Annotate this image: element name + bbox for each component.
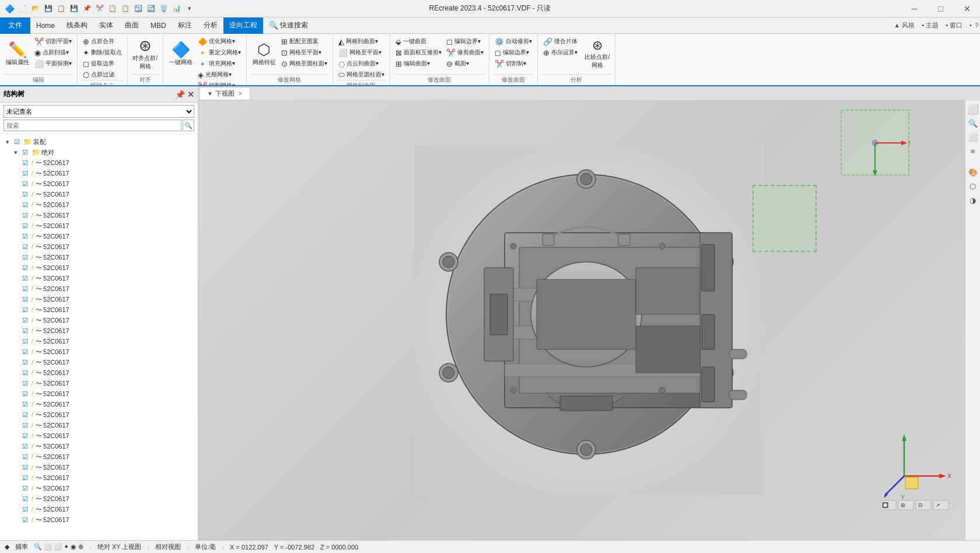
- status-btn-3[interactable]: ⬜: [54, 543, 62, 551]
- pin-button[interactable]: 📌: [175, 90, 185, 99]
- paste-icon[interactable]: 📋: [120, 3, 131, 15]
- tree-item-12[interactable]: ☑ / 〜 52C0617: [20, 284, 194, 294]
- help-menu[interactable]: • ？: [970, 21, 980, 30]
- tab-dropdown-icon[interactable]: ▼: [207, 90, 213, 97]
- tree-item-25[interactable]: ☑ / 〜 52C0617: [20, 420, 194, 430]
- status-btn-5[interactable]: ◉: [71, 543, 76, 551]
- struct-search-button[interactable]: 🔍: [183, 120, 194, 131]
- ribbon-btn-one-mesh[interactable]: 🔷 一键网格: [167, 36, 195, 72]
- ribbon-btn-edit-border2[interactable]: ◻ 编辑边界▾: [493, 47, 534, 58]
- ribbon-btn-bool[interactable]: ⊕ 布尔运算▾: [541, 47, 582, 58]
- viewport-tab-bottom[interactable]: ▼ 下视图 ✕: [200, 87, 250, 100]
- menu-mbd[interactable]: MBD: [145, 18, 172, 34]
- ribbon-btn-merge-points[interactable]: ⊕ 点群合并: [81, 36, 124, 47]
- tree-item-16[interactable]: ☑ / 〜 52C0617: [20, 326, 194, 336]
- check-item-19[interactable]: ☑: [22, 359, 30, 366]
- color-button[interactable]: 🎨: [967, 166, 979, 178]
- ribbon-btn-point-scan[interactable]: ◉ 点群扫描▾: [33, 47, 74, 58]
- check-item-8[interactable]: ☑: [22, 243, 30, 251]
- tree-item-30[interactable]: ☑ / 〜 52C0617: [20, 473, 194, 483]
- ribbon-btn-fill-mesh[interactable]: 🔹 填充网格▾: [196, 58, 243, 69]
- check-item-4[interactable]: ☑: [22, 201, 30, 209]
- ribbon-btn-edit-border[interactable]: ◻ 编辑边界▾: [444, 36, 485, 47]
- fit-button[interactable]: ⬜: [967, 131, 979, 144]
- tree-item-2[interactable]: ☑ / 〜 52C0617: [20, 178, 194, 189]
- ribbon-btn-cut-plane[interactable]: ✂️ 切割平面▾: [33, 36, 74, 47]
- check-item-1[interactable]: ☑: [22, 170, 30, 177]
- theme-menu[interactable]: • 主题: [922, 21, 939, 30]
- check-item-7[interactable]: ☑: [22, 233, 30, 240]
- undo-icon[interactable]: ↩️: [132, 3, 144, 15]
- menu-solid[interactable]: 实体: [93, 18, 119, 34]
- dropdown-icon[interactable]: ▾: [184, 3, 195, 15]
- tree-item-28[interactable]: ☑ / 〜 52C0617: [20, 452, 194, 462]
- check-item-6[interactable]: ☑: [22, 222, 30, 230]
- close-button[interactable]: ✕: [954, 0, 980, 18]
- tree-item-23[interactable]: ☑ / 〜 52C0617: [20, 399, 194, 410]
- check-item-5[interactable]: ☑: [22, 212, 30, 219]
- tree-item-29[interactable]: ☑ / 〜 52C0617: [20, 462, 194, 473]
- menu-file[interactable]: 文件: [0, 18, 30, 34]
- check-item-34[interactable]: ☑: [22, 516, 30, 524]
- qa-icon-5[interactable]: 📌: [81, 3, 93, 15]
- check-item-27[interactable]: ☑: [22, 443, 30, 450]
- minimize-button[interactable]: ─: [901, 0, 928, 18]
- check-item-23[interactable]: ☑: [22, 401, 30, 408]
- menu-search[interactable]: 🔍 快速搜索: [263, 18, 314, 34]
- ribbon-btn-mesh-to-cyl[interactable]: ⊙ 网格至圆柱面▾: [279, 58, 329, 69]
- status-btn-1[interactable]: 🔍: [34, 543, 42, 551]
- ribbon-btn-one-surface[interactable]: ⬙ 一键曲面: [394, 36, 443, 47]
- ribbon-btn-mesh-to-surf[interactable]: ◭ 网格到曲面▾: [337, 36, 386, 47]
- tree-item-32[interactable]: ☑ / 〜 52C0617: [20, 494, 194, 504]
- menu-line[interactable]: 线条构: [61, 18, 93, 34]
- check-item-29[interactable]: ☑: [22, 464, 30, 471]
- menu-annotation[interactable]: 标注: [172, 18, 198, 34]
- tree-item-20[interactable]: ☑ / 〜 52C0617: [20, 368, 194, 378]
- new-icon[interactable]: 📄: [17, 3, 29, 15]
- check-item-26[interactable]: ☑: [22, 432, 30, 440]
- struct-filter-select[interactable]: 未记查名: [4, 105, 194, 118]
- ribbon-btn-auto-trim[interactable]: ⚙️ 自动修剪▾: [493, 36, 534, 47]
- tree-item-assembly[interactable]: ▾ ☑ 📁 装配: [4, 136, 194, 147]
- check-item-0[interactable]: ☑: [22, 159, 30, 167]
- nav-btn-group[interactable]: 🔲 ⊞ ⊟ ↗: [881, 501, 949, 510]
- check-item-14[interactable]: ☑: [22, 306, 30, 314]
- tree-item-9[interactable]: ☑ / 〜 52C0617: [20, 252, 194, 262]
- delete-icon[interactable]: 🗑️: [158, 3, 170, 15]
- ribbon-btn-del-extract[interactable]: ✦ 删除/提取点: [81, 47, 124, 58]
- tree-item-13[interactable]: ☑ / 〜 52C0617: [20, 294, 194, 304]
- tree-item-absolute[interactable]: ▾ ☑ 📁 绝对: [12, 147, 194, 158]
- copy-icon[interactable]: 📋: [107, 3, 118, 15]
- check-item-31[interactable]: ☑: [22, 485, 30, 492]
- menu-expand-button[interactable]: ≡: [967, 145, 979, 158]
- tree-item-24[interactable]: ☑ / 〜 52C0617: [20, 410, 194, 420]
- tree-item-27[interactable]: ☑ / 〜 52C0617: [20, 441, 194, 452]
- tree-item-3[interactable]: ☑ / 〜 52C0617: [20, 189, 194, 200]
- check-item-24[interactable]: ☑: [22, 411, 30, 419]
- status-btn-2[interactable]: ⬜: [44, 543, 52, 551]
- ribbon-btn-plane-detect[interactable]: ⬜ 平面探测▾: [33, 58, 74, 69]
- tree-item-33[interactable]: ☑ / 〜 52C0617: [20, 504, 194, 514]
- check-item-28[interactable]: ☑: [22, 453, 30, 461]
- save-as-icon[interactable]: 📋: [55, 3, 67, 15]
- ribbon-btn-mesh-to-cyl2[interactable]: ⬭ 网格至圆柱面▾: [337, 69, 386, 80]
- status-btn-4[interactable]: ✦: [64, 543, 69, 551]
- check-item-22[interactable]: ☑: [22, 390, 30, 398]
- ribbon-btn-compare[interactable]: ⊛ 比较点群/网格: [583, 36, 611, 72]
- open-icon[interactable]: 📂: [30, 3, 41, 15]
- canvas-area[interactable]: X X Y: [198, 100, 980, 540]
- ribbon-btn-smooth-mesh[interactable]: ◈ 光顺网格▾: [196, 69, 243, 80]
- ribbon-btn-extract-border[interactable]: ◻ 提取边界: [81, 58, 124, 69]
- tree-item-17[interactable]: ☑ / 〜 52C0617: [20, 336, 194, 346]
- check-icon[interactable]: ☑: [14, 138, 22, 146]
- ribbon-btn-sew-body[interactable]: 🔗 缝合片体: [541, 36, 582, 47]
- ribbon-btn-align-mesh[interactable]: ⊛ 对齐点群/网格: [131, 36, 159, 72]
- struct-search-input[interactable]: [4, 120, 181, 131]
- view-cube-button[interactable]: ⬜: [967, 103, 979, 116]
- check-item-18[interactable]: ☑: [22, 348, 30, 356]
- tree-item-8[interactable]: ☑ / 〜 52C0617: [20, 242, 194, 252]
- ribbon-btn-cut-mesh[interactable]: ✂️ 切割网格▾: [196, 80, 243, 86]
- tree-item-14[interactable]: ☑ / 〜 52C0617: [20, 304, 194, 315]
- qa-icon-13[interactable]: 📊: [171, 3, 183, 15]
- check-item-3[interactable]: ☑: [22, 191, 30, 198]
